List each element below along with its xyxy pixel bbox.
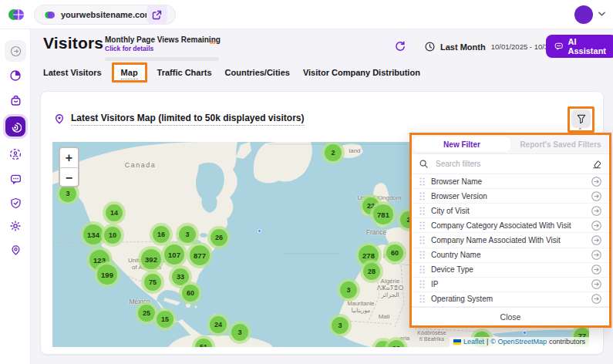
expand-filter-icon[interactable] bbox=[591, 250, 601, 260]
drag-handle-icon[interactable] bbox=[419, 236, 425, 244]
clear-search-icon[interactable] bbox=[592, 160, 601, 169]
map-cluster-count: 25 bbox=[138, 305, 155, 322]
map-cluster[interactable]: 3 bbox=[228, 321, 251, 344]
map-cluster[interactable]: 107 bbox=[161, 241, 187, 268]
drag-handle-icon[interactable] bbox=[419, 177, 425, 186]
close-filter-panel-button[interactable]: Close bbox=[412, 307, 609, 325]
zoom-out-button[interactable]: − bbox=[60, 168, 78, 187]
expand-filter-icon[interactable] bbox=[591, 294, 601, 304]
expand-filter-icon[interactable] bbox=[591, 177, 601, 187]
tab-countries-cities[interactable]: Countries/Cities bbox=[225, 68, 290, 77]
drag-handle-icon[interactable] bbox=[419, 265, 425, 274]
expand-filter-icon[interactable] bbox=[591, 265, 601, 275]
map-cluster-count: 107 bbox=[164, 244, 184, 265]
pageviews-details-link[interactable]: Click for details bbox=[105, 45, 221, 52]
sidebar-item-settings[interactable] bbox=[5, 215, 26, 237]
map-cluster[interactable]: 60 bbox=[383, 241, 406, 265]
tab-traffic-charts[interactable]: Traffic Charts bbox=[157, 68, 212, 77]
gear-icon bbox=[9, 220, 22, 232]
map-cluster[interactable]: 26 bbox=[207, 226, 231, 249]
map-cluster[interactable]: 60 bbox=[179, 281, 202, 305]
map-cluster[interactable]: 14 bbox=[103, 201, 126, 224]
filter-item[interactable]: Country Name bbox=[412, 248, 609, 263]
chevron-up-icon[interactable]: ⌃ bbox=[578, 127, 583, 134]
search-filters-input[interactable] bbox=[434, 159, 586, 169]
expand-filter-icon[interactable] bbox=[591, 206, 601, 216]
filter-item-label: Browser Name bbox=[431, 177, 585, 186]
tab-reports-saved-filters[interactable]: Report's Saved Filters bbox=[512, 135, 609, 153]
map-cluster[interactable]: 10 bbox=[101, 224, 124, 247]
filter-item[interactable]: Device Type bbox=[412, 263, 609, 278]
tab-new-filter[interactable]: New Filter bbox=[413, 136, 510, 152]
map-cluster[interactable]: 2 bbox=[322, 142, 345, 164]
map-cluster[interactable]: 15 bbox=[153, 308, 177, 331]
avatar[interactable] bbox=[574, 5, 593, 24]
sidebar-item-chat[interactable] bbox=[5, 168, 26, 190]
refresh-button[interactable] bbox=[389, 35, 411, 57]
expand-filter-icon[interactable] bbox=[591, 191, 601, 201]
map-cluster[interactable]: 24 bbox=[207, 313, 230, 336]
filter-item[interactable]: Company Category Associated With Visit bbox=[412, 218, 609, 233]
ai-assistant-button[interactable]: AI Assistant bbox=[546, 35, 613, 58]
map-cluster[interactable]: 199 bbox=[94, 261, 120, 288]
filter-item[interactable]: IP bbox=[412, 278, 609, 292]
sidebar-item-orders[interactable] bbox=[5, 89, 26, 111]
map-point-marker bbox=[258, 229, 261, 233]
collapse-sidebar-button[interactable] bbox=[5, 40, 26, 62]
map-cluster[interactable]: 28 bbox=[360, 260, 383, 283]
drag-handle-icon[interactable] bbox=[419, 221, 425, 230]
app-window: yourwebsitename.com bbox=[0, 0, 613, 364]
expand-filter-icon[interactable] bbox=[591, 235, 601, 245]
tab-visitor-company-distribution[interactable]: Visitor Company Distribution bbox=[303, 68, 420, 77]
drag-handle-icon[interactable] bbox=[419, 192, 425, 201]
zoom-in-button[interactable]: + bbox=[60, 148, 78, 167]
map-cluster[interactable]: 877 bbox=[187, 242, 213, 268]
map-cluster-count: 16 bbox=[153, 226, 170, 243]
map-cluster[interactable]: 3 bbox=[337, 278, 360, 302]
filter-item[interactable]: City of Visit bbox=[412, 204, 609, 218]
map-cluster[interactable]: 3 bbox=[328, 314, 352, 337]
date-preset-label: Last Month bbox=[440, 42, 486, 52]
map-cluster[interactable]: 781 bbox=[370, 201, 396, 228]
filter-item[interactable]: Browser Name bbox=[412, 174, 609, 189]
filter-item[interactable]: Browser Version bbox=[412, 189, 609, 204]
ukraine-flag-icon bbox=[453, 339, 461, 345]
pageviews-progress-bar bbox=[105, 57, 219, 61]
filter-item[interactable]: Company Name Associated With Visit bbox=[412, 233, 609, 248]
sidebar-item-dashboard[interactable] bbox=[5, 65, 26, 86]
filter-item[interactable]: Operating System bbox=[412, 292, 609, 307]
infinity-badge: ∞ bbox=[210, 37, 216, 46]
map-attribution: Leaflet | © OpenStreetMap contributors bbox=[450, 337, 589, 347]
orange-highlight-filter: ⌃ bbox=[568, 106, 594, 133]
map-cluster-count: 24 bbox=[210, 316, 227, 333]
page-title: Visitors bbox=[43, 34, 103, 52]
openstreetmap-link[interactable]: © OpenStreetMap bbox=[490, 338, 547, 345]
sidebar-item-audience[interactable] bbox=[5, 143, 26, 165]
tab-map[interactable]: Map bbox=[112, 62, 147, 83]
filter-panel-tabs: New Filter Report's Saved Filters bbox=[412, 135, 609, 154]
open-site-button[interactable] bbox=[147, 5, 167, 25]
sidebar-item-security[interactable] bbox=[5, 192, 26, 214]
map-pin-icon bbox=[10, 244, 22, 256]
expand-filter-icon[interactable] bbox=[591, 279, 601, 289]
drag-handle-icon[interactable] bbox=[419, 207, 425, 215]
sidebar-item-visitors[interactable] bbox=[3, 114, 28, 139]
pie-chart-icon bbox=[9, 69, 22, 82]
drag-handle-icon[interactable] bbox=[419, 251, 425, 259]
leaflet-link[interactable]: Leaflet bbox=[463, 338, 484, 345]
map-cluster-count: 781 bbox=[373, 204, 393, 224]
sidebar bbox=[0, 29, 31, 364]
map-cluster[interactable]: 75 bbox=[141, 271, 164, 294]
avatar-chevron-down-icon[interactable] bbox=[598, 12, 605, 16]
shield-check-icon bbox=[10, 197, 22, 209]
map-cluster-count: 3 bbox=[332, 317, 349, 334]
sidebar-item-location[interactable] bbox=[5, 239, 26, 261]
drag-handle-icon[interactable] bbox=[419, 295, 425, 303]
filter-toggle-button[interactable] bbox=[571, 110, 591, 128]
funnel-icon bbox=[577, 114, 586, 124]
drag-handle-icon[interactable] bbox=[419, 280, 425, 288]
map-cluster[interactable]: 392 bbox=[138, 246, 164, 272]
map-cluster-count: 51 bbox=[195, 339, 212, 347]
expand-filter-icon[interactable] bbox=[591, 221, 601, 231]
tab-latest-visitors[interactable]: Latest Visitors bbox=[43, 68, 102, 77]
